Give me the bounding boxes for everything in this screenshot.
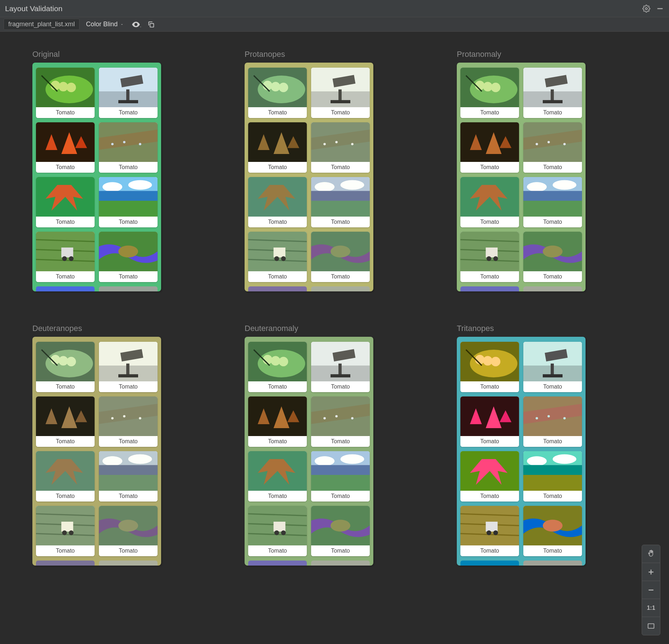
plant-card-label: Tomato bbox=[36, 491, 95, 502]
plant-image bbox=[311, 506, 370, 545]
plant-card[interactable]: Tomato bbox=[460, 451, 519, 502]
plant-card[interactable]: Tomato bbox=[36, 506, 95, 556]
partial-row bbox=[36, 561, 158, 566]
plant-card[interactable]: Tomato bbox=[36, 451, 95, 502]
plant-card-label: Tomato bbox=[36, 436, 95, 447]
plant-card[interactable]: Tomato bbox=[311, 232, 370, 282]
plant-card-label: Tomato bbox=[523, 491, 582, 502]
panel-title: Layout Validation bbox=[5, 4, 63, 13]
device-preview[interactable]: TomatoTomatoTomatoTomatoTomatoTomatoToma… bbox=[32, 63, 161, 291]
plant-card[interactable]: Tomato bbox=[248, 68, 307, 118]
plant-card[interactable]: Tomato bbox=[36, 396, 95, 447]
plant-card[interactable]: Tomato bbox=[248, 232, 307, 282]
preview-group: ProtanopesTomatoTomatoTomatoTomatoTomato… bbox=[245, 50, 374, 291]
pan-button[interactable] bbox=[642, 545, 660, 563]
plant-card[interactable]: Tomato bbox=[248, 451, 307, 502]
plant-image bbox=[99, 177, 158, 217]
title-bar-actions bbox=[642, 5, 664, 13]
plant-card[interactable]: Tomato bbox=[460, 232, 519, 282]
svg-rect-3 bbox=[150, 23, 154, 27]
plant-card[interactable]: Tomato bbox=[99, 342, 158, 392]
plant-card[interactable]: Tomato bbox=[311, 122, 370, 173]
plant-card-label: Tomato bbox=[99, 271, 158, 282]
plant-card[interactable]: Tomato bbox=[36, 177, 95, 227]
plant-card[interactable]: Tomato bbox=[523, 506, 582, 556]
zoom-fit-button[interactable] bbox=[642, 617, 660, 635]
device-preview[interactable]: TomatoTomatoTomatoTomatoTomatoTomatoToma… bbox=[32, 337, 161, 566]
minimize-icon[interactable] bbox=[656, 5, 664, 13]
plant-card-peek bbox=[248, 286, 307, 291]
plant-card[interactable]: Tomato bbox=[460, 506, 519, 556]
plant-card[interactable]: Tomato bbox=[248, 396, 307, 447]
mode-dropdown[interactable]: Color Blind bbox=[83, 19, 127, 30]
plant-card[interactable]: Tomato bbox=[248, 506, 307, 556]
zoom-actual-button[interactable]: 1:1 bbox=[642, 599, 660, 617]
plant-card[interactable]: Tomato bbox=[311, 506, 370, 556]
device-preview[interactable]: TomatoTomatoTomatoTomatoTomatoTomatoToma… bbox=[457, 63, 586, 291]
card-grid: TomatoTomatoTomatoTomatoTomatoTomatoToma… bbox=[36, 68, 158, 282]
plant-card[interactable]: Tomato bbox=[523, 68, 582, 118]
plant-image bbox=[36, 342, 95, 381]
zoom-in-button[interactable] bbox=[642, 563, 660, 581]
plant-image bbox=[36, 451, 95, 491]
plant-card-label: Tomato bbox=[523, 217, 582, 227]
plant-image bbox=[36, 122, 95, 162]
plant-image bbox=[248, 122, 307, 162]
plant-image bbox=[99, 232, 158, 271]
device-preview[interactable]: TomatoTomatoTomatoTomatoTomatoTomatoToma… bbox=[457, 337, 586, 566]
plant-card[interactable]: Tomato bbox=[523, 342, 582, 392]
gear-icon[interactable] bbox=[642, 5, 650, 13]
plant-card-label: Tomato bbox=[36, 162, 95, 173]
plant-image bbox=[36, 68, 95, 107]
visibility-icon[interactable] bbox=[131, 19, 143, 30]
device-preview[interactable]: TomatoTomatoTomatoTomatoTomatoTomatoToma… bbox=[245, 63, 373, 291]
plant-card[interactable]: Tomato bbox=[36, 342, 95, 392]
plant-card[interactable]: Tomato bbox=[460, 68, 519, 118]
plant-card[interactable]: Tomato bbox=[99, 122, 158, 173]
plant-card-label: Tomato bbox=[311, 436, 370, 447]
plant-image bbox=[523, 232, 582, 271]
plant-card[interactable]: Tomato bbox=[311, 396, 370, 447]
plant-card[interactable]: Tomato bbox=[99, 232, 158, 282]
card-grid: TomatoTomatoTomatoTomatoTomatoTomatoToma… bbox=[460, 342, 582, 556]
plant-card-label: Tomato bbox=[99, 381, 158, 392]
plant-card[interactable]: Tomato bbox=[99, 68, 158, 118]
plant-card[interactable]: Tomato bbox=[460, 396, 519, 447]
plant-card[interactable]: Tomato bbox=[523, 122, 582, 173]
plant-card-label: Tomato bbox=[36, 271, 95, 282]
plant-card[interactable]: Tomato bbox=[460, 177, 519, 227]
plant-card[interactable]: Tomato bbox=[36, 122, 95, 173]
preview-group: OriginalTomatoTomatoTomatoTomatoTomatoTo… bbox=[32, 50, 162, 291]
plant-card[interactable]: Tomato bbox=[248, 122, 307, 173]
plant-card[interactable]: Tomato bbox=[99, 451, 158, 502]
plant-card[interactable]: Tomato bbox=[99, 506, 158, 556]
plant-card[interactable]: Tomato bbox=[36, 232, 95, 282]
plant-card[interactable]: Tomato bbox=[99, 177, 158, 227]
partial-row bbox=[248, 561, 370, 566]
toolbar: fragment_plant_list.xml Color Blind bbox=[0, 17, 669, 32]
zoom-out-button[interactable] bbox=[642, 581, 660, 599]
plant-image bbox=[523, 177, 582, 217]
plant-card[interactable]: Tomato bbox=[311, 342, 370, 392]
plant-card[interactable]: Tomato bbox=[248, 342, 307, 392]
plant-card[interactable]: Tomato bbox=[36, 68, 95, 118]
plant-image bbox=[523, 451, 582, 491]
card-grid: TomatoTomatoTomatoTomatoTomatoTomatoToma… bbox=[248, 68, 370, 282]
copy-icon[interactable] bbox=[146, 20, 156, 29]
plant-card-label: Tomato bbox=[36, 217, 95, 227]
plant-card[interactable]: Tomato bbox=[460, 342, 519, 392]
plant-card[interactable]: Tomato bbox=[311, 177, 370, 227]
plant-image bbox=[248, 396, 307, 436]
plant-card-label: Tomato bbox=[523, 381, 582, 392]
plant-card[interactable]: Tomato bbox=[523, 396, 582, 447]
plant-card[interactable]: Tomato bbox=[523, 177, 582, 227]
plant-card[interactable]: Tomato bbox=[523, 451, 582, 502]
file-tab[interactable]: fragment_plant_list.xml bbox=[4, 19, 79, 30]
plant-card[interactable]: Tomato bbox=[523, 232, 582, 282]
plant-card[interactable]: Tomato bbox=[311, 451, 370, 502]
device-preview[interactable]: TomatoTomatoTomatoTomatoTomatoTomatoToma… bbox=[245, 337, 373, 566]
plant-card[interactable]: Tomato bbox=[248, 177, 307, 227]
plant-card[interactable]: Tomato bbox=[99, 396, 158, 447]
plant-card[interactable]: Tomato bbox=[460, 122, 519, 173]
plant-card[interactable]: Tomato bbox=[311, 68, 370, 118]
